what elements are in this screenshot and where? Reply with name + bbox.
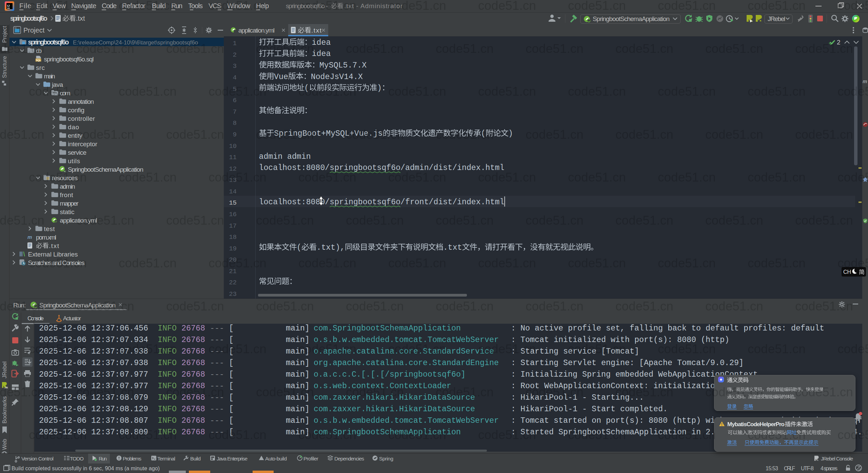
svg-text:admin: admin bbox=[60, 183, 75, 190]
svg-text:springbootsqf6o: springbootsqf6o bbox=[10, 15, 47, 22]
svg-text::: : bbox=[511, 428, 516, 437]
svg-text:6: 6 bbox=[233, 97, 237, 104]
svg-text:---: --- bbox=[210, 405, 224, 414]
svg-text:INFO: INFO bbox=[158, 370, 177, 379]
svg-text:Console: Console bbox=[27, 315, 44, 322]
svg-text:mapper: mapper bbox=[60, 200, 79, 207]
svg-text:utils: utils bbox=[68, 157, 80, 165]
svg-text:INFO: INFO bbox=[158, 359, 177, 367]
svg-text:.txt: .txt bbox=[311, 27, 322, 34]
svg-text:Vue: Vue bbox=[274, 73, 288, 81]
svg-text:main]: main] bbox=[286, 336, 310, 344]
svg-text:Profiler: Profiler bbox=[303, 456, 318, 461]
svg-text:o.a.c.c.C.[.[.[/springbootsqf6: o.a.c.c.C.[.[.[/springbootsqf6o] bbox=[314, 370, 466, 379]
svg-text:application.yml: application.yml bbox=[60, 217, 97, 224]
svg-text:26768: 26768 bbox=[181, 382, 205, 391]
svg-text:[: [ bbox=[229, 336, 234, 344]
svg-text:com.zaxxer.hikari.HikariDataSo: com.zaxxer.hikari.HikariDataSource bbox=[314, 405, 475, 414]
svg-text:Actuator: Actuator bbox=[63, 315, 81, 322]
svg-text:HikariPool-1 - Starting...: HikariPool-1 - Starting... bbox=[520, 393, 644, 402]
svg-text:2025-12-06 12:37:07.977: 2025-12-06 12:37:07.977 bbox=[39, 382, 148, 391]
svg-text:CRLF: CRLF bbox=[784, 466, 795, 471]
svg-text:2025-12-06 12:37:07.938: 2025-12-06 12:37:07.938 bbox=[39, 359, 148, 367]
svg-text:4: 4 bbox=[233, 74, 237, 81]
svg-text:External Libraries: External Libraries bbox=[28, 251, 78, 258]
svg-text:26768: 26768 bbox=[181, 336, 205, 344]
svg-text:(: ( bbox=[297, 243, 301, 252]
svg-text:5: 5 bbox=[233, 86, 237, 93]
svg-text:com.SpringbootSchemaApplicatio: com.SpringbootSchemaApplication bbox=[314, 324, 461, 333]
svg-text:org.apache.catalina.core.Stand: org.apache.catalina.core.StandardEngine bbox=[314, 359, 499, 367]
svg-text:[: [ bbox=[229, 370, 234, 379]
svg-text:---: --- bbox=[210, 416, 224, 425]
svg-text:File: File bbox=[19, 2, 31, 10]
svg-text:o.s.b.w.embedded.tomcat.Tomcat: o.s.b.w.embedded.tomcat.TomcatWebServer bbox=[314, 336, 499, 344]
svg-text:m: m bbox=[27, 234, 32, 240]
svg-text:Terminal: Terminal bbox=[157, 456, 175, 461]
svg-text:resources: resources bbox=[52, 174, 78, 182]
svg-text:2: 2 bbox=[837, 39, 841, 46]
svg-text:o.apache.catalina.core.Standar: o.apache.catalina.core.StandardService bbox=[314, 347, 494, 356]
svg-text:java: java bbox=[52, 81, 63, 88]
svg-text:---: --- bbox=[210, 336, 224, 344]
svg-text:2025-12-06 12:37:08.129: 2025-12-06 12:37:08.129 bbox=[39, 405, 148, 414]
svg-text:springbootsqf6o.sql: springbootsqf6o.sql bbox=[44, 56, 94, 63]
svg-text:main]: main] bbox=[286, 382, 310, 391]
svg-text:3: 3 bbox=[233, 62, 237, 70]
svg-text:Build: Build bbox=[190, 456, 201, 461]
svg-text:com: com bbox=[60, 90, 71, 97]
svg-text:2025-12-06 12:37:07.934: 2025-12-06 12:37:07.934 bbox=[39, 336, 148, 344]
svg-text:2025-12-06 12:37:08.079: 2025-12-06 12:37:08.079 bbox=[39, 393, 148, 402]
svg-text:INFO: INFO bbox=[158, 336, 177, 344]
svg-text:15:53: 15:53 bbox=[766, 466, 778, 471]
svg-text:localhost:8080/springbootsqf6o: localhost:8080/springbootsqf6o/admin/dis… bbox=[259, 164, 505, 172]
svg-text:Project: Project bbox=[23, 26, 45, 34]
svg-text:Run:: Run: bbox=[13, 302, 26, 309]
svg-text:SpringbootSchemaApplication: SpringbootSchemaApplication bbox=[593, 15, 670, 22]
svg-text:main]: main] bbox=[286, 405, 310, 414]
svg-text:Navigate: Navigate bbox=[71, 2, 96, 10]
svg-text:INFO: INFO bbox=[158, 347, 177, 356]
svg-text:.txt),: .txt), bbox=[317, 243, 345, 252]
svg-text:UTF-8: UTF-8 bbox=[801, 466, 814, 471]
svg-text:Run: Run bbox=[99, 456, 107, 461]
svg-text:application.yml: application.yml bbox=[238, 27, 275, 34]
svg-text::: : bbox=[511, 370, 516, 379]
svg-text:2025-12-06 12:37:07.938: 2025-12-06 12:37:07.938 bbox=[39, 347, 148, 356]
svg-text:2: 2 bbox=[233, 51, 237, 59]
svg-text:entity: entity bbox=[68, 132, 83, 139]
svg-text::: : bbox=[511, 405, 516, 414]
svg-text:INFO: INFO bbox=[158, 324, 177, 333]
svg-text:SQL: SQL bbox=[36, 59, 41, 62]
svg-text:(: ( bbox=[481, 129, 486, 138]
svg-text:INFO: INFO bbox=[158, 405, 177, 414]
svg-text:main]: main] bbox=[286, 324, 310, 333]
svg-text:---: --- bbox=[210, 393, 224, 402]
svg-text:(: ( bbox=[304, 84, 309, 93]
svg-text:23: 23 bbox=[229, 290, 237, 298]
svg-text:26768: 26768 bbox=[181, 370, 205, 379]
svg-text:MybatisCodeHelperPro: MybatisCodeHelperPro bbox=[727, 421, 785, 428]
svg-text:Build: Build bbox=[152, 2, 166, 10]
svg-text:controller: controller bbox=[68, 115, 95, 122]
svg-text:7: 7 bbox=[233, 108, 237, 116]
svg-text:SpringbootSchemaApplication: SpringbootSchemaApplication bbox=[39, 302, 116, 309]
svg-text:26768: 26768 bbox=[181, 405, 205, 414]
svg-text:com.zaxxer.hikari.HikariDataSo: com.zaxxer.hikari.HikariDataSource bbox=[314, 393, 475, 402]
svg-text::: : bbox=[511, 336, 516, 344]
svg-text:[: [ bbox=[229, 428, 234, 437]
svg-text:idea: idea bbox=[312, 38, 331, 47]
svg-text:Starting service [Tomcat]: Starting service [Tomcat] bbox=[520, 347, 639, 356]
svg-text:JR: JR bbox=[4, 386, 8, 389]
svg-text:pom.xml: pom.xml bbox=[36, 234, 56, 241]
svg-text:Dependencies: Dependencies bbox=[334, 456, 364, 461]
svg-text:2025-12-06 12:37:07.977: 2025-12-06 12:37:07.977 bbox=[39, 370, 148, 379]
svg-text:15: 15 bbox=[229, 199, 237, 207]
svg-text:Version Control: Version Control bbox=[21, 456, 54, 461]
svg-text:Edit: Edit bbox=[36, 2, 47, 10]
svg-text:26768: 26768 bbox=[181, 347, 205, 356]
svg-text:Java Enterprise: Java Enterprise bbox=[217, 456, 248, 461]
svg-text:main]: main] bbox=[286, 347, 310, 356]
svg-text:test: test bbox=[44, 225, 55, 232]
svg-text:---: --- bbox=[210, 347, 224, 356]
